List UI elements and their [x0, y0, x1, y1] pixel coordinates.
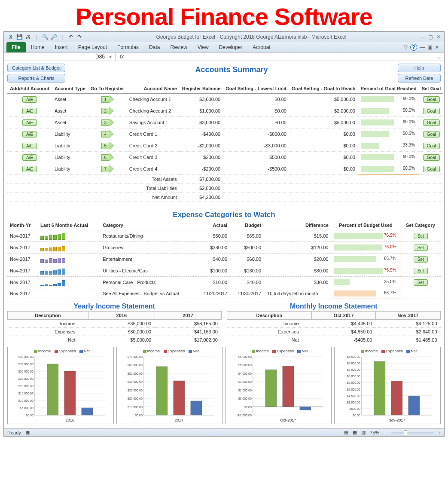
maximize-icon[interactable]: ▢	[428, 34, 433, 40]
stmt-c1: $35,000.00	[88, 320, 155, 328]
tab-insert[interactable]: Insert	[50, 42, 73, 52]
tab-file[interactable]: File	[6, 42, 26, 52]
expense-category: Utilities - Electric/Gas	[100, 265, 196, 277]
svg-text:$35,000.00: $35,000.00	[18, 363, 34, 366]
register-balance: -$400.00	[180, 128, 223, 140]
goal-button[interactable]: Goal	[423, 131, 440, 138]
svg-rect-64	[265, 370, 276, 407]
name-box[interactable]: D85	[95, 54, 105, 60]
goto-register-button[interactable]: 7	[101, 165, 114, 173]
doc-close-icon[interactable]: ✕	[435, 44, 439, 50]
goto-register-button[interactable]: 6	[101, 153, 114, 161]
help-button[interactable]: Help	[398, 64, 441, 72]
tab-formulas[interactable]: Formulas	[112, 42, 144, 52]
ribbon-min-icon[interactable]: ▽	[404, 44, 408, 50]
svg-rect-42	[156, 367, 168, 415]
fx-icon[interactable]: fx	[116, 54, 128, 60]
quick-access-toolbar: X 💾 🖨 | 🔍 🔎 | ↶ ↷	[7, 34, 83, 40]
goal-button[interactable]: Goal	[423, 143, 440, 149]
stmt-c2: $58,165.00	[155, 320, 221, 328]
add-edit-button[interactable]: A/E	[22, 154, 37, 161]
col-setcat: Set Category	[400, 221, 441, 230]
col-pct: Percent of Goal Reached	[358, 84, 419, 94]
tab-page-layout[interactable]: Page Layout	[73, 42, 112, 52]
totals-row: Net Amount$4,200.00	[7, 193, 443, 202]
zoom-in-icon[interactable]: +	[438, 430, 441, 435]
add-edit-button[interactable]: A/E	[22, 131, 37, 138]
ribbon-help-icon[interactable]: ?	[410, 44, 417, 51]
expense-budget: $130.00	[230, 265, 264, 277]
view-break-icon[interactable]: ▥	[361, 430, 366, 435]
zoom-out-icon[interactable]: −	[384, 430, 386, 435]
svg-rect-90	[374, 362, 385, 416]
macro-record-icon[interactable]: ▦	[25, 430, 30, 435]
svg-rect-91	[391, 381, 402, 416]
account-type: Liability	[52, 140, 88, 152]
goto-register-button[interactable]: 1	[101, 95, 114, 103]
undo-icon[interactable]: ↶	[67, 34, 74, 40]
doc-min-icon[interactable]: —	[420, 44, 425, 50]
tab-review[interactable]: Review	[165, 42, 192, 52]
stmt-row: Expenses$4,850.00$2,640.00	[227, 328, 441, 336]
svg-text:$0.00: $0.00	[26, 414, 34, 417]
find-icon[interactable]: 🔍	[42, 34, 49, 40]
set-button[interactable]: Set	[414, 244, 428, 251]
print-icon[interactable]: 🖨	[24, 34, 31, 40]
total-value: $7,000.00	[180, 175, 223, 184]
add-edit-button[interactable]: A/E	[22, 143, 37, 149]
zoom-slider[interactable]	[391, 432, 434, 434]
namebox-dropdown-icon[interactable]: ▾	[109, 54, 112, 60]
stmt-c1: $4,850.00	[312, 328, 376, 336]
add-edit-button[interactable]: A/E	[22, 119, 37, 126]
account-row: A/E Liability 5 Credit Card 2 -$2,000.00…	[7, 140, 443, 152]
expense-month: Nov-2017	[7, 242, 38, 254]
goto-register-button[interactable]: 3	[101, 119, 114, 126]
titlebar: X 💾 🖨 | 🔍 🔎 | ↶ ↷ Georges Budget for Exc…	[4, 32, 444, 42]
stmt-row: Expenses$30,000.00$41,163.00	[8, 328, 222, 336]
set-button[interactable]: Set	[414, 279, 428, 286]
doc-restore-icon[interactable]: ▣	[427, 44, 432, 50]
tab-acrobat[interactable]: Acrobat	[247, 42, 275, 52]
lowest-limit: $0.00	[223, 105, 289, 117]
goal-button[interactable]: Goal	[423, 119, 440, 126]
save-icon[interactable]: 💾	[16, 34, 23, 40]
minimize-icon[interactable]: —	[420, 34, 425, 40]
view-layout-icon[interactable]: ▦	[353, 430, 357, 435]
replace-icon[interactable]: 🔎	[50, 34, 57, 40]
tab-view[interactable]: View	[192, 42, 214, 52]
stmt-desc: Net	[227, 336, 312, 344]
view-normal-icon[interactable]: ▤	[344, 430, 348, 435]
close-icon[interactable]: ✕	[436, 34, 441, 40]
chart-legend: Income Expenses Net	[118, 349, 222, 353]
goto-register-button[interactable]: 5	[101, 142, 114, 150]
svg-text:$60,000.00: $60,000.00	[128, 364, 143, 367]
percent-budget-bar: 66.7%	[334, 256, 397, 263]
set-button[interactable]: Set	[414, 233, 428, 239]
redo-icon[interactable]: ↷	[76, 34, 83, 40]
percent-month-bar: 66.7%	[334, 290, 397, 297]
reports-charts-button[interactable]: Reports & Charts	[7, 74, 65, 83]
goal-button[interactable]: Goal	[423, 96, 440, 103]
stmt-c1: -$405.00	[312, 336, 376, 344]
expense-row: Nov-2017 Restaurants/Dining $50.00 $65.0…	[7, 230, 441, 242]
tab-data[interactable]: Data	[144, 42, 165, 52]
category-budget-button[interactable]: Category List & Budget	[7, 64, 65, 72]
goal-button[interactable]: Goal	[423, 108, 440, 114]
goal-to-reach: $0.00	[289, 152, 358, 163]
goal-button[interactable]: Goal	[423, 154, 440, 161]
tab-home[interactable]: Home	[26, 42, 50, 52]
expense-end: 11/30/2017	[230, 288, 264, 299]
set-button[interactable]: Set	[414, 256, 428, 263]
refresh-date-button[interactable]: Refresh Date	[398, 74, 441, 83]
goto-register-button[interactable]: 2	[101, 107, 114, 115]
percent-goal-bar: 60.0%	[361, 154, 416, 161]
goto-register-button[interactable]: 4	[101, 130, 114, 138]
set-button[interactable]: Set	[414, 268, 428, 274]
add-edit-button[interactable]: A/E	[22, 108, 37, 114]
tab-developer[interactable]: Developer	[214, 42, 248, 52]
add-edit-button[interactable]: A/E	[22, 166, 37, 172]
svg-text:2016: 2016	[66, 418, 74, 422]
goal-button[interactable]: Goal	[423, 166, 440, 172]
formula-expand-icon[interactable]: ⌄	[435, 54, 444, 60]
add-edit-button[interactable]: A/E	[22, 96, 37, 103]
